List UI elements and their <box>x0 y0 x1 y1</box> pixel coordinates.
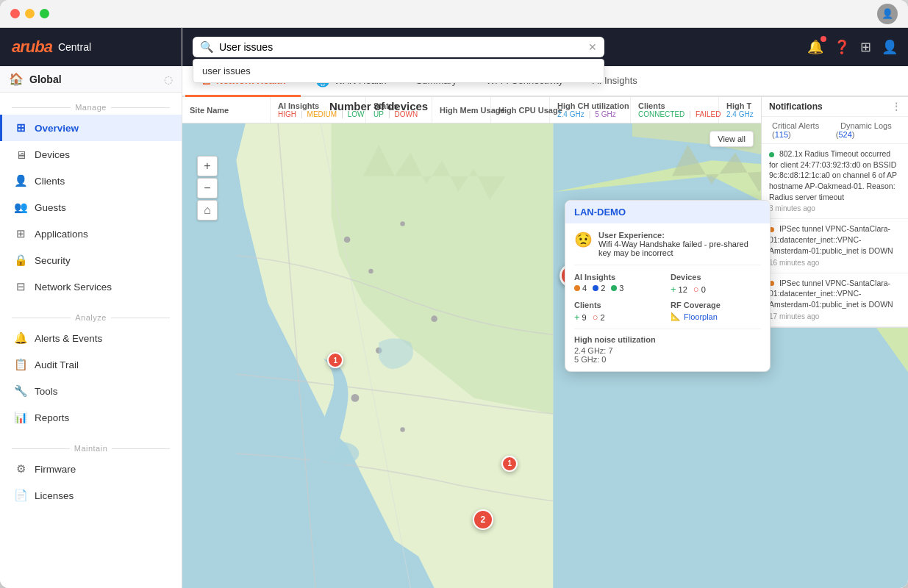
security-icon: 🔒 <box>14 254 27 267</box>
clients-stat: Clients + 9 ○ 2 <box>574 301 665 323</box>
popup-header: LAN-DEMO <box>565 201 770 223</box>
rf-coverage-label: RF Coverage <box>671 301 761 309</box>
sidebar-item-audit-trail[interactable]: 📋 Audit Trail <box>0 351 182 378</box>
applications-icon: ⊞ <box>14 227 27 240</box>
network-services-icon: ⊟ <box>14 280 27 293</box>
apps-grid-button[interactable]: ⊞ <box>860 39 871 55</box>
app-window: 👤 aruba Central 🏠 Global ◌ Manage ⊞ Over… <box>0 0 908 588</box>
notif-tab-dynamic[interactable]: Dynamic Logs (524) <box>832 120 902 140</box>
ai-insights-vals: 4 2 3 <box>574 284 665 293</box>
th-t-24: 2.4 GHz <box>726 110 754 118</box>
home-view-button[interactable]: ⌂ <box>197 200 218 220</box>
sidebar-item-tools[interactable]: 🔧 Tools <box>0 378 182 404</box>
th-high-mem-label: High Mem Usage <box>440 106 483 115</box>
sidebar-item-alerts[interactable]: 🔔 Alerts & Events <box>0 325 182 351</box>
sidebar-item-label-guests: Guests <box>35 202 170 213</box>
devices-red-icon: ○ <box>693 284 699 295</box>
devices-green-val: + 12 <box>671 284 687 295</box>
sidebar-item-security[interactable]: 🔒 Security <box>0 247 182 273</box>
manage-section-label: Manage <box>0 98 182 115</box>
sidebar-item-label-alerts: Alerts & Events <box>35 333 170 344</box>
th-connected: CONNECTED <box>638 110 684 118</box>
sidebar-item-devices[interactable]: 🖥 Devices <box>0 141 182 168</box>
sidebar-item-licenses[interactable]: 📄 Licenses <box>0 482 182 509</box>
map-controls: + − ⌂ <box>197 156 218 220</box>
notif-text-2: IPSec tunnel VPNC-SantaClara-01:datacent… <box>769 224 893 254</box>
topbar: 🔍 user issues ✕ 🔔 ❓ ⊞ 👤 <box>182 28 908 66</box>
ai-medium-dot <box>593 285 598 291</box>
ai-high-val: 4 <box>574 284 587 293</box>
sidebar-item-network-services[interactable]: ⊟ Network Services <box>0 273 182 300</box>
th-ch-5: 5 GHz <box>595 110 615 118</box>
zoom-in-button[interactable]: + <box>197 156 218 176</box>
zoom-out-button[interactable]: − <box>197 178 218 198</box>
sidebar-item-clients[interactable]: 👤 Clients <box>0 168 182 194</box>
map-marker-2[interactable]: 2 <box>473 509 493 530</box>
popup-stats: AI Insights 4 2 <box>574 273 761 323</box>
notif-dot-1 <box>769 152 774 157</box>
scope-selector[interactable]: 🏠 Global ◌ <box>0 66 182 93</box>
noise-24: 2.4 GHz: 7 <box>574 346 761 355</box>
popup-body: 😟 User Experience: Wifi 4-Way Handshake … <box>565 223 770 371</box>
close-button[interactable] <box>10 9 20 18</box>
search-dropdown: user issues <box>193 59 604 83</box>
devices-vals: + 12 ○ 0 <box>671 284 761 295</box>
notif-time-2: 16 minutes ago <box>769 258 901 268</box>
th-high-cpu: High CPU Usage <box>491 97 550 123</box>
manage-section: Manage ⊞ Overview 🖥 Devices 👤 Clients 👥 … <box>0 93 182 303</box>
svg-point-6 <box>351 394 360 402</box>
audit-trail-icon: 📋 <box>14 358 27 371</box>
th-site-name: Site Name <box>182 97 271 123</box>
rf-coverage-stat: RF Coverage 📐 Floorplan <box>671 301 761 323</box>
scope-name: Global <box>29 74 158 85</box>
notifications-menu-icon[interactable]: ⋮ <box>892 101 901 112</box>
help-button[interactable]: ❓ <box>834 39 850 55</box>
map-popup: LAN-DEMO 😟 User Experience: Wifi 4-Way H… <box>565 200 771 372</box>
notif-critical-close: ) <box>788 130 791 139</box>
sidebar-header: aruba Central <box>0 28 182 66</box>
titlebar: 👤 <box>0 0 908 28</box>
maintain-section: Maintain ⚙ Firmware 📄 Licenses <box>0 434 182 512</box>
rf-coverage-vals: 📐 Floorplan <box>671 312 761 321</box>
search-clear-button[interactable]: ✕ <box>588 41 597 53</box>
sidebar-item-label-firmware: Firmware <box>35 464 170 475</box>
app-layout: aruba Central 🏠 Global ◌ Manage ⊞ Overvi… <box>0 28 908 588</box>
notifications-button[interactable]: 🔔 <box>807 39 823 55</box>
sidebar-item-overview[interactable]: ⊞ Overview <box>0 115 182 141</box>
user-menu-button[interactable]: 👤 <box>882 39 898 55</box>
sidebar-item-label-tools: Tools <box>35 386 170 397</box>
search-bar[interactable]: 🔍 user issues ✕ <box>193 37 604 57</box>
sidebar-item-firmware[interactable]: ⚙ Firmware <box>0 456 182 482</box>
sidebar-item-label-overview: Overview <box>35 123 170 134</box>
clients-green-val: + 9 <box>574 312 587 323</box>
ux-label: User Experience: <box>598 231 761 240</box>
floorplan-link[interactable]: 📐 Floorplan <box>671 312 718 321</box>
sidebar-item-applications[interactable]: ⊞ Applications <box>0 220 182 247</box>
user-avatar[interactable]: 👤 <box>877 4 898 24</box>
sidebar-item-guests[interactable]: 👥 Guests <box>0 194 182 220</box>
clients-icon: 👤 <box>14 174 27 187</box>
th-ch-24: 2.4 GHz <box>557 110 585 118</box>
notif-item-1: 802.1x Radius Timeout occurred for clien… <box>762 144 908 219</box>
clients-red-icon: ○ <box>593 312 598 323</box>
view-all-button[interactable]: View all <box>709 131 754 147</box>
svg-point-2 <box>368 269 373 273</box>
search-dropdown-item[interactable]: user issues <box>193 60 604 82</box>
sidebar-item-label-clients: Clients <box>35 176 170 187</box>
maximize-button[interactable] <box>40 9 49 18</box>
th-site-name-label: Site Name <box>190 106 262 115</box>
search-input[interactable] <box>219 41 583 53</box>
notif-item-2: IPSec tunnel VPNC-SantaClara-01:datacent… <box>762 219 908 273</box>
sidebar-item-reports[interactable]: 📊 Reports <box>0 404 182 431</box>
traffic-lights <box>10 9 49 18</box>
notif-tab-critical[interactable]: Critical Alerts (115) <box>768 120 832 140</box>
floorplan-icon: 📐 <box>671 312 681 321</box>
topbar-icons: 🔔 ❓ ⊞ 👤 <box>807 39 898 55</box>
map-marker-4[interactable]: 1 <box>501 456 518 472</box>
minimize-button[interactable] <box>25 9 35 18</box>
clients-stat-label: Clients <box>574 301 665 309</box>
svg-point-4 <box>431 315 437 322</box>
aruba-central-label: Central <box>58 41 91 53</box>
clients-vals: + 9 ○ 2 <box>574 312 665 323</box>
tools-icon: 🔧 <box>14 384 27 398</box>
